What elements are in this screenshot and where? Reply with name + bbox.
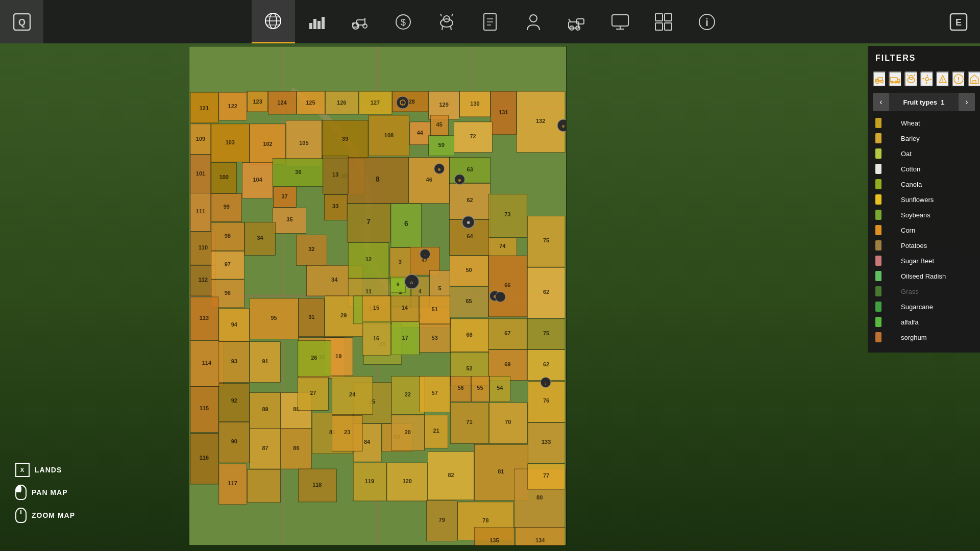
svg-text:62: 62 [467, 197, 473, 203]
pan-mouse-icon [15, 485, 27, 500]
svg-text:82: 82 [448, 472, 454, 478]
svg-rect-32 [577, 19, 584, 24]
pan-map-control: PAN MAP [15, 485, 75, 500]
filter-gear-button[interactable] [920, 71, 934, 87]
svg-text:45: 45 [436, 121, 443, 128]
fruit-item-oat[interactable]: Oat [873, 146, 975, 161]
filter-cow-button[interactable] [904, 71, 918, 87]
nav-vehicles-button[interactable] [338, 0, 382, 43]
fruit-item-alfalfa[interactable]: alfalfa [873, 314, 975, 330]
svg-text:117: 117 [228, 480, 237, 486]
fruit-types-label: Fruit types 1 [889, 98, 959, 106]
svg-text:34: 34 [331, 277, 338, 283]
fruit-name: Corn [901, 227, 915, 234]
fruit-section-count: 1 [941, 98, 944, 106]
fruit-item-potatoes[interactable]: Potatoes [873, 238, 975, 253]
fruit-types-prev-button[interactable]: ‹ [873, 93, 889, 111]
nav-fields-button[interactable] [642, 0, 685, 43]
filter-sell-button[interactable] [936, 71, 949, 87]
fruit-color-dot [875, 286, 881, 296]
svg-text:⊕: ⊕ [562, 124, 566, 129]
fruit-types-nav: ‹ Fruit types 1 › [873, 93, 975, 111]
fruit-color-dot [875, 133, 881, 143]
fruit-color-dot [875, 317, 881, 327]
svg-text:6: 6 [404, 219, 408, 228]
map-container[interactable]: 121 122 123 124 125 126 127 128 129 130 … [189, 46, 567, 546]
svg-rect-278 [248, 469, 281, 503]
fruit-color-dot [875, 302, 881, 312]
nav-statistics-button[interactable] [295, 0, 338, 43]
fruit-item-canola[interactable]: Canola [873, 177, 975, 192]
svg-text:23: 23 [344, 429, 350, 435]
lands-control[interactable]: X LANDS [15, 463, 75, 477]
svg-text:12: 12 [365, 256, 372, 262]
fruit-item-corn[interactable]: Corn [873, 222, 975, 238]
svg-text:44: 44 [417, 130, 424, 136]
filter-tractor-button[interactable] [873, 71, 886, 87]
svg-text:123: 123 [253, 98, 262, 105]
nav-map-button[interactable] [252, 0, 295, 43]
fruit-color-dot [875, 164, 881, 174]
filter-alert-button[interactable] [952, 71, 965, 87]
menu-e-button[interactable]: E [937, 0, 980, 43]
fruit-name: Barley [901, 135, 920, 142]
svg-text:i: i [705, 16, 708, 28]
nav-character-button[interactable] [512, 0, 555, 43]
svg-text:112: 112 [199, 277, 208, 283]
nav-finance-button[interactable]: $ [382, 0, 425, 43]
zoom-map-control: ZOOM MAP [15, 508, 75, 523]
fruit-item-grass[interactable]: Grass [873, 284, 975, 299]
fruit-item-sugar beet[interactable]: Sugar Beet [873, 253, 975, 268]
svg-text:126: 126 [337, 99, 346, 106]
svg-text:3: 3 [399, 259, 402, 265]
svg-rect-37 [655, 14, 663, 21]
svg-text:73: 73 [504, 211, 510, 217]
nav-monitor-button[interactable] [599, 0, 642, 43]
svg-text:39: 39 [342, 136, 348, 142]
svg-text:36: 36 [295, 169, 301, 175]
svg-point-325 [495, 292, 505, 302]
fruit-name: Canola [901, 181, 922, 188]
fruit-types-next-button[interactable]: › [959, 93, 975, 111]
fruit-item-soybeans[interactable]: Soybeans [873, 207, 975, 222]
svg-text:↓: ↓ [424, 253, 426, 257]
svg-text:93: 93 [231, 358, 237, 364]
nav-contracts-button[interactable] [469, 0, 512, 43]
fruit-item-barley[interactable]: Barley [873, 131, 975, 146]
fruit-item-sugarcane[interactable]: Sugarcane [873, 299, 975, 314]
svg-text:104: 104 [253, 177, 262, 183]
svg-text:114: 114 [202, 360, 212, 366]
lands-key-label: X [20, 467, 24, 473]
svg-text:7: 7 [366, 217, 371, 226]
fruit-color-dot [875, 256, 881, 266]
filter-truck-button[interactable] [889, 71, 902, 87]
svg-text:56: 56 [457, 385, 463, 391]
filter-farm-button[interactable] [968, 71, 980, 87]
svg-text:E: E [955, 17, 961, 28]
fruit-color-dot [875, 118, 881, 128]
svg-text:32: 32 [308, 246, 314, 252]
fruit-item-wheat[interactable]: Wheat [873, 115, 975, 131]
svg-text:87: 87 [262, 445, 268, 451]
svg-text:100: 100 [219, 174, 229, 180]
fruit-color-dot [875, 179, 881, 189]
svg-text:31: 31 [308, 314, 314, 320]
fruit-item-oilseed radish[interactable]: Oilseed Radish [873, 268, 975, 284]
fruit-item-cotton[interactable]: Cotton [873, 161, 975, 177]
svg-text:55: 55 [477, 385, 483, 391]
nav-harvester-button[interactable] [555, 0, 599, 43]
fruit-item-sorghum[interactable]: sorghum [873, 330, 975, 345]
svg-text:13: 13 [332, 171, 338, 178]
svg-text:75: 75 [543, 330, 549, 336]
svg-text:127: 127 [371, 99, 380, 106]
fruit-item-sunflowers[interactable]: Sunflowers [873, 192, 975, 207]
nav-info-button[interactable]: i [685, 0, 729, 43]
svg-text:54: 54 [497, 385, 503, 391]
svg-text:129: 129 [439, 102, 448, 108]
svg-text:76: 76 [543, 397, 549, 404]
nav-animals-button[interactable] [425, 0, 469, 43]
menu-q-button[interactable]: Q [0, 0, 43, 43]
svg-text:109: 109 [196, 136, 205, 142]
fruit-name: Wheat [901, 119, 920, 127]
svg-text:19: 19 [335, 353, 341, 359]
